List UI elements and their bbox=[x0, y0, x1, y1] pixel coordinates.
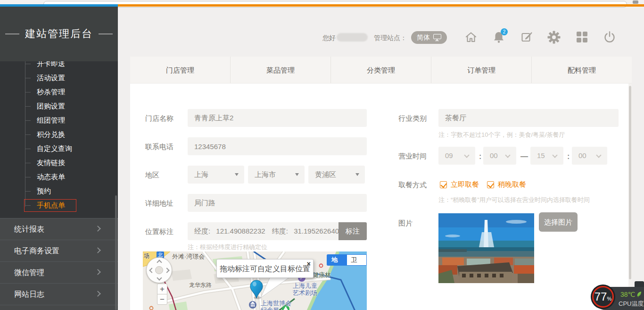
tab-dish-management[interactable]: 菜品管理 bbox=[231, 57, 331, 83]
store-photo[interactable] bbox=[438, 213, 534, 283]
tree-tick bbox=[25, 120, 31, 121]
notifications-button[interactable]: 2 bbox=[492, 30, 506, 44]
city-select[interactable]: 上海市 bbox=[248, 166, 305, 184]
sidebar-item-groupon[interactable]: 团购设置 bbox=[0, 99, 118, 113]
pan-down-icon[interactable] bbox=[157, 275, 162, 280]
phone-input[interactable] bbox=[188, 137, 367, 155]
power-icon bbox=[603, 30, 617, 44]
map[interactable]: 场 外滩·湾璟会 龙华东路 上海世博会纪念展 上海儿童艺术剧场 健康林 ♪ 北 … bbox=[143, 251, 367, 310]
sidebar-section-logs[interactable]: 网站日志 bbox=[0, 283, 118, 305]
pickup-note: 注：“稍晚取餐”用户可以选择在营业时间内选择取餐时间 bbox=[438, 196, 590, 204]
map-tooltip: 拖动标注可自定义目标位置 × bbox=[216, 259, 314, 278]
tab-ingredient-management[interactable]: 配料管理 bbox=[532, 57, 632, 83]
apps-button[interactable] bbox=[575, 30, 589, 44]
sidebar-item-custom-query[interactable]: 自定义查询 bbox=[0, 142, 118, 156]
latitude-label: 纬度: bbox=[272, 227, 288, 235]
map-label-bund: 外滩·湾璟会 bbox=[172, 252, 205, 261]
pickup-now-checkbox[interactable]: 立即取餐 bbox=[440, 180, 479, 189]
coordinates-field[interactable]: 经度: 121.490882232 纬度: 31.1952626403 bbox=[188, 222, 339, 240]
checkbox-checked-icon[interactable] bbox=[487, 181, 494, 188]
title-dash-left bbox=[5, 34, 19, 34]
checkbox-checked-icon[interactable] bbox=[440, 181, 447, 188]
map-type-map-button[interactable]: 地图 bbox=[327, 255, 347, 265]
photo-canvas bbox=[438, 213, 534, 283]
map-label-children-theatre: 上海儿童艺术剧场 bbox=[293, 282, 317, 296]
tree-tick bbox=[25, 78, 31, 78]
district-select[interactable]: 黄浦区 bbox=[308, 166, 365, 184]
settings-button[interactable] bbox=[547, 30, 561, 44]
browser-edge bbox=[0, 0, 644, 4]
cpu-percent-sign: % bbox=[607, 296, 611, 302]
map-label-partial: 场 bbox=[144, 252, 149, 260]
region-label: 地区 bbox=[145, 171, 159, 180]
tab-store-management[interactable]: 门店管理 bbox=[130, 57, 231, 83]
map-pan-control[interactable] bbox=[146, 257, 172, 283]
home-button[interactable] bbox=[464, 30, 478, 44]
tree-tick bbox=[25, 149, 31, 149]
map-pin[interactable] bbox=[249, 280, 264, 300]
pan-left-icon[interactable] bbox=[149, 268, 154, 273]
sidebar-item-group-mgmt[interactable]: 组团管理 bbox=[0, 113, 118, 127]
tab-category-management[interactable]: 分类管理 bbox=[331, 57, 431, 83]
sidebar-header: 建站管理后台 bbox=[0, 7, 118, 61]
sidebar-item-mobile-order[interactable]: 手机点单 bbox=[0, 198, 118, 212]
map-zoom-in-button[interactable]: + bbox=[157, 284, 167, 294]
choose-image-button[interactable]: 选择图片 bbox=[539, 212, 578, 232]
app-title: 建站管理后台 bbox=[25, 27, 93, 41]
mark-location-button[interactable]: 标注 bbox=[339, 222, 367, 240]
chevron-down-icon bbox=[596, 152, 601, 158]
store-name-input[interactable] bbox=[188, 109, 367, 127]
sidebar-section-stats[interactable]: 统计报表 bbox=[0, 218, 118, 240]
pickup-later-label: 稍晚取餐 bbox=[498, 180, 526, 189]
pan-right-icon[interactable] bbox=[164, 268, 169, 273]
pan-up-icon[interactable] bbox=[157, 260, 162, 265]
edit-icon bbox=[520, 30, 534, 44]
chevron-right-icon bbox=[95, 269, 101, 275]
sidebar-item-activity[interactable]: 活动设置 bbox=[0, 71, 118, 85]
grid-icon bbox=[577, 32, 581, 36]
location-label: 位置标注 bbox=[145, 227, 173, 236]
tab-order-management[interactable]: 订单管理 bbox=[431, 57, 532, 83]
sidebar-section-ecommerce[interactable]: 电子商务设置 bbox=[0, 240, 118, 261]
address-label: 详细地址 bbox=[145, 199, 173, 208]
sidebar-item-seckill[interactable]: 秒杀管理 bbox=[0, 85, 118, 99]
address-input[interactable] bbox=[188, 194, 367, 212]
sidebar-item-dynamic-form[interactable]: 动态表单 bbox=[0, 170, 118, 184]
close-hour-select[interactable]: 15 bbox=[530, 147, 563, 165]
sidebar-submenu: 开卡即送 活动设置 秒杀管理 团购设置 组团管理 积分兑换 自定义查询 友情链接… bbox=[0, 61, 118, 218]
browser-button[interactable] bbox=[633, 0, 638, 4]
language-button-label: 简体 bbox=[417, 34, 430, 42]
sidebar-section-wechat[interactable]: 微信管理 bbox=[0, 261, 118, 283]
dropdown-arrow-icon bbox=[235, 173, 239, 176]
sidebar-item-card-gift[interactable]: 开卡即送 bbox=[0, 61, 118, 71]
chevron-down-icon bbox=[464, 152, 469, 158]
map-type-toggle: 地图 卫星 bbox=[327, 254, 367, 266]
tab-bar: 门店管理 菜品管理 分类管理 订单管理 配料管理 bbox=[130, 57, 632, 84]
province-select[interactable]: 上海 bbox=[188, 166, 244, 184]
open-hour-select[interactable]: 09 bbox=[438, 147, 475, 165]
industry-note: 注：字数不超过10个字，例：美食/粤菜/茶餐厅 bbox=[438, 131, 565, 139]
open-minute-select[interactable]: 00 bbox=[483, 147, 516, 165]
logout-button[interactable] bbox=[603, 30, 617, 44]
sidebar-item-links[interactable]: 友情链接 bbox=[0, 156, 118, 170]
pickup-label: 取餐方式 bbox=[398, 181, 427, 190]
compose-button[interactable] bbox=[520, 30, 534, 44]
pickup-later-checkbox[interactable]: 稍晚取餐 bbox=[487, 180, 526, 189]
panel-scrollbar[interactable] bbox=[629, 86, 631, 279]
location-note: 注：根据经纬度进行精确定位 bbox=[188, 243, 267, 251]
time-dash: — bbox=[520, 152, 528, 161]
industry-input[interactable] bbox=[438, 109, 619, 127]
tooltip-close-icon[interactable]: × bbox=[307, 260, 311, 267]
language-button[interactable]: 简体 bbox=[411, 31, 447, 44]
map-zoom-out-button[interactable]: − bbox=[157, 294, 167, 305]
store-name-label: 门店名称 bbox=[145, 114, 173, 123]
sidebar-scrollbar[interactable] bbox=[115, 195, 117, 310]
pan-center[interactable] bbox=[155, 266, 163, 274]
sidebar-item-points[interactable]: 积分兑换 bbox=[0, 127, 118, 142]
pickup-now-label: 立即取餐 bbox=[451, 180, 479, 189]
tree-tick bbox=[25, 134, 31, 135]
map-type-satellite-button[interactable]: 卫星 bbox=[347, 255, 367, 265]
sidebar-item-reservation[interactable]: 预约 bbox=[0, 184, 118, 198]
close-minute-select[interactable]: 00 bbox=[572, 147, 607, 165]
screen: 建站管理后台 开卡即送 活动设置 秒杀管理 团购设置 组团管理 积分兑换 自定义… bbox=[0, 0, 644, 310]
